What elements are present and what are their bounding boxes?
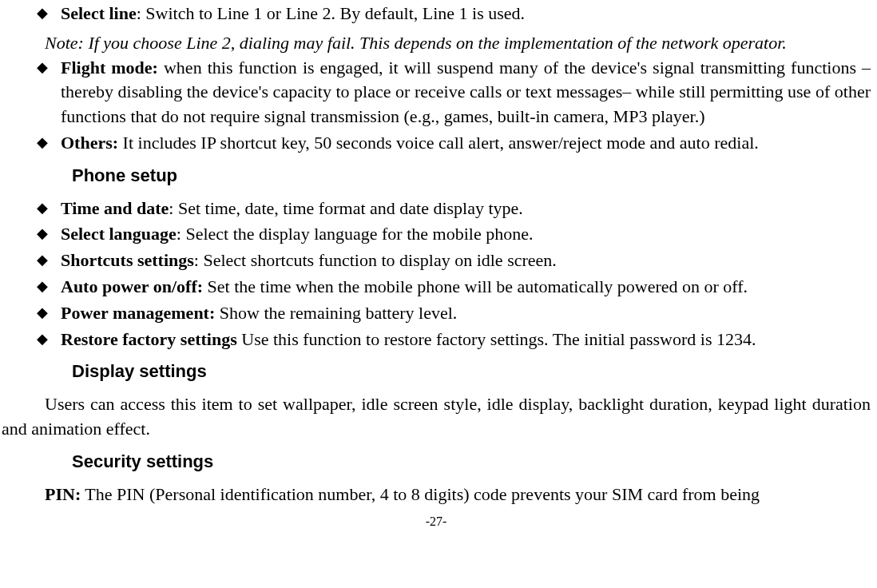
list-item: Select language: Select the display lang…: [37, 222, 871, 247]
item-text: Select the display language for the mobi…: [185, 224, 533, 244]
item-label: Time and date: [61, 198, 169, 218]
item-text: Use this function to restore factory set…: [241, 329, 756, 349]
item-sep: :: [169, 198, 178, 218]
item-sep: :: [137, 3, 146, 23]
list-item: Auto power on/off: Set the time when the…: [37, 275, 871, 300]
heading-security-settings: Security settings: [72, 450, 871, 475]
item-text: Set time, date, time format and date dis…: [178, 198, 523, 218]
page-number: -27-: [2, 513, 871, 530]
item-sep: :: [194, 250, 204, 270]
list-item: Flight mode: when this function is engag…: [37, 56, 871, 129]
item-text: Select shortcuts function to display on …: [203, 250, 556, 270]
heading-display-settings: Display settings: [72, 360, 871, 384]
list-item: Time and date: Set time, date, time form…: [37, 197, 871, 221]
item-text: Set the time when the mobile phone will …: [208, 276, 748, 296]
item-text: Switch to Line 1 or Line 2. By default, …: [145, 3, 525, 23]
list-item: Power management: Show the remaining bat…: [37, 301, 871, 326]
phone-setup-list: Time and date: Set time, date, time form…: [2, 197, 871, 352]
item-label: Flight mode:: [61, 58, 158, 77]
list-item: Restore factory settings Use this functi…: [37, 328, 871, 352]
pin-text: The PIN (Personal identification number,…: [81, 484, 760, 504]
item-label: Restore factory settings: [61, 329, 237, 349]
item-label: Select language: [61, 224, 177, 244]
list-item: Shortcuts settings: Select shortcuts fun…: [37, 248, 871, 273]
pin-paragraph: PIN: The PIN (Personal identification nu…: [2, 483, 871, 507]
item-label: Auto power on/off:: [61, 276, 203, 296]
page-content: Select line: Switch to Line 1 or Line 2.…: [0, 0, 877, 538]
item-label: Others:: [61, 133, 118, 153]
item-text: Show the remaining battery level.: [220, 303, 458, 323]
item-sep: [158, 58, 164, 77]
item-text: when this function is engaged, it will s…: [61, 58, 871, 127]
item-text: It includes IP shortcut key, 50 seconds …: [123, 133, 759, 153]
item-label: Power management:: [61, 303, 215, 323]
pin-label: PIN:: [45, 484, 81, 504]
note-text: Note: If you choose Line 2, dialing may …: [45, 33, 787, 53]
top-list-1: Select line: Switch to Line 1 or Line 2.…: [2, 2, 871, 26]
display-text: Users can access this item to set wallpa…: [2, 394, 871, 439]
list-item: Select line: Switch to Line 1 or Line 2.…: [37, 2, 871, 26]
top-list-2: Flight mode: when this function is engag…: [2, 56, 871, 156]
list-item: Others: It includes IP shortcut key, 50 …: [37, 131, 871, 156]
note-paragraph: Note: If you choose Line 2, dialing may …: [2, 31, 871, 56]
item-label: Select line: [61, 3, 137, 23]
heading-phone-setup: Phone setup: [72, 164, 871, 189]
item-sep: :: [177, 224, 186, 244]
item-label: Shortcuts settings: [61, 250, 194, 270]
display-paragraph: Users can access this item to set wallpa…: [2, 392, 871, 442]
